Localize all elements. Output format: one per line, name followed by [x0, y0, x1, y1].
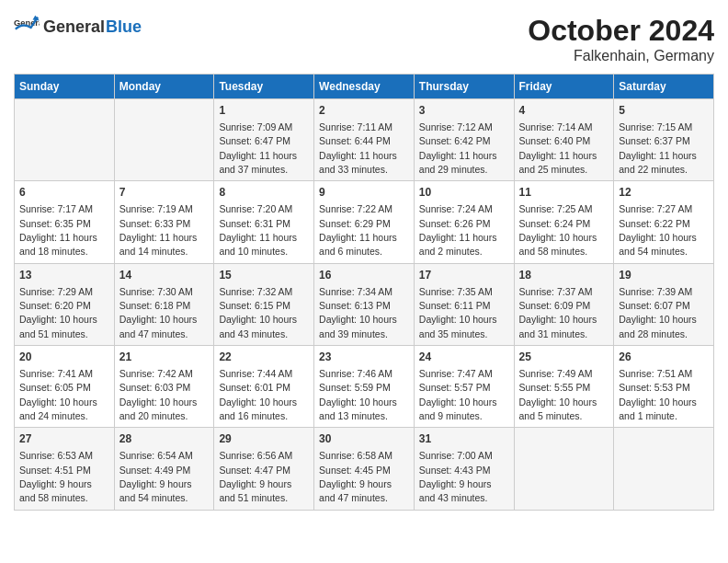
- day-number: 8: [219, 185, 309, 201]
- day-number: 9: [319, 185, 409, 201]
- day-number: 20: [19, 350, 109, 365]
- cell-content: Sunrise: 7:17 AMSunset: 6:35 PMDaylight:…: [19, 203, 97, 257]
- day-number: 3: [419, 103, 509, 119]
- weekday-header-friday: Friday: [514, 75, 614, 99]
- day-number: 14: [119, 268, 210, 283]
- day-number: 24: [419, 350, 509, 365]
- cell-content: Sunrise: 7:32 AMSunset: 6:15 PMDaylight:…: [219, 286, 297, 339]
- calendar-cell: 11Sunrise: 7:25 AMSunset: 6:24 PMDayligh…: [514, 181, 614, 263]
- cell-content: Sunrise: 7:19 AMSunset: 6:33 PMDaylight:…: [119, 203, 198, 257]
- calendar-cell: 3Sunrise: 7:12 AMSunset: 6:42 PMDaylight…: [414, 99, 514, 181]
- calendar-week-row: 13Sunrise: 7:29 AMSunset: 6:20 PMDayligh…: [15, 263, 714, 345]
- cell-content: Sunrise: 7:25 AMSunset: 6:24 PMDaylight:…: [519, 203, 597, 257]
- calendar-cell: 16Sunrise: 7:34 AMSunset: 6:13 PMDayligh…: [314, 263, 415, 345]
- cell-content: Sunrise: 7:20 AMSunset: 6:31 PMDaylight:…: [219, 203, 297, 257]
- logo-blue-text: Blue: [106, 17, 142, 37]
- calendar-cell: 10Sunrise: 7:24 AMSunset: 6:26 PMDayligh…: [414, 181, 514, 263]
- calendar-cell: 7Sunrise: 7:19 AMSunset: 6:33 PMDaylight…: [114, 181, 214, 263]
- calendar-cell: 23Sunrise: 7:46 AMSunset: 5:59 PMDayligh…: [314, 346, 415, 428]
- calendar-cell: 25Sunrise: 7:49 AMSunset: 5:55 PMDayligh…: [514, 346, 614, 428]
- calendar-cell: 8Sunrise: 7:20 AMSunset: 6:31 PMDaylight…: [214, 181, 314, 263]
- cell-content: Sunrise: 7:47 AMSunset: 5:57 PMDaylight:…: [419, 368, 497, 421]
- cell-content: Sunrise: 7:22 AMSunset: 6:29 PMDaylight:…: [319, 203, 397, 257]
- cell-content: Sunrise: 7:42 AMSunset: 6:03 PMDaylight:…: [119, 368, 198, 421]
- cell-content: Sunrise: 7:35 AMSunset: 6:11 PMDaylight:…: [419, 286, 497, 339]
- calendar-cell: [614, 428, 714, 510]
- day-number: 16: [319, 268, 409, 283]
- calendar-cell: [514, 428, 614, 510]
- day-number: 5: [619, 103, 709, 119]
- cell-content: Sunrise: 7:34 AMSunset: 6:13 PMDaylight:…: [319, 286, 397, 339]
- day-number: 27: [19, 431, 109, 447]
- calendar-cell: 24Sunrise: 7:47 AMSunset: 5:57 PMDayligh…: [414, 346, 514, 428]
- calendar-week-row: 1Sunrise: 7:09 AMSunset: 6:47 PMDaylight…: [15, 99, 714, 181]
- weekday-header-sunday: Sunday: [15, 75, 115, 99]
- calendar-table: SundayMondayTuesdayWednesdayThursdayFrid…: [14, 74, 714, 511]
- cell-content: Sunrise: 6:54 AMSunset: 4:49 PMDaylight:…: [119, 450, 193, 503]
- calendar-cell: 4Sunrise: 7:14 AMSunset: 6:40 PMDaylight…: [514, 99, 614, 181]
- logo: General General Blue: [14, 14, 142, 40]
- cell-content: Sunrise: 7:24 AMSunset: 6:26 PMDaylight:…: [419, 203, 497, 257]
- day-number: 4: [519, 103, 609, 119]
- cell-content: Sunrise: 7:11 AMSunset: 6:44 PMDaylight:…: [319, 121, 397, 175]
- calendar-cell: 13Sunrise: 7:29 AMSunset: 6:20 PMDayligh…: [15, 263, 115, 345]
- cell-content: Sunrise: 7:44 AMSunset: 6:01 PMDaylight:…: [219, 368, 297, 421]
- day-number: 15: [219, 268, 309, 283]
- cell-content: Sunrise: 7:37 AMSunset: 6:09 PMDaylight:…: [519, 286, 597, 339]
- day-number: 19: [619, 268, 709, 283]
- day-number: 11: [519, 185, 609, 201]
- day-number: 21: [119, 350, 210, 365]
- cell-content: Sunrise: 7:14 AMSunset: 6:40 PMDaylight:…: [519, 121, 597, 175]
- calendar-cell: 27Sunrise: 6:53 AMSunset: 4:51 PMDayligh…: [15, 428, 115, 510]
- day-number: 6: [19, 185, 109, 201]
- calendar-cell: 30Sunrise: 6:58 AMSunset: 4:45 PMDayligh…: [314, 428, 415, 510]
- cell-content: Sunrise: 7:41 AMSunset: 6:05 PMDaylight:…: [19, 368, 97, 421]
- month-year-title: October 2024: [528, 14, 714, 48]
- cell-content: Sunrise: 7:49 AMSunset: 5:55 PMDaylight:…: [519, 368, 597, 421]
- calendar-cell: 18Sunrise: 7:37 AMSunset: 6:09 PMDayligh…: [514, 263, 614, 345]
- cell-content: Sunrise: 7:15 AMSunset: 6:37 PMDaylight:…: [619, 121, 697, 175]
- cell-content: Sunrise: 7:09 AMSunset: 6:47 PMDaylight:…: [219, 121, 297, 175]
- weekday-header-monday: Monday: [114, 75, 214, 99]
- day-number: 10: [419, 185, 509, 201]
- calendar-cell: 14Sunrise: 7:30 AMSunset: 6:18 PMDayligh…: [114, 263, 214, 345]
- calendar-cell: 28Sunrise: 6:54 AMSunset: 4:49 PMDayligh…: [114, 428, 214, 510]
- calendar-cell: 6Sunrise: 7:17 AMSunset: 6:35 PMDaylight…: [15, 181, 115, 263]
- weekday-header-saturday: Saturday: [614, 75, 714, 99]
- logo-general-text: General: [43, 17, 105, 37]
- calendar-week-row: 6Sunrise: 7:17 AMSunset: 6:35 PMDaylight…: [15, 181, 714, 263]
- calendar-cell: 1Sunrise: 7:09 AMSunset: 6:47 PMDaylight…: [214, 99, 314, 181]
- day-number: 23: [319, 350, 409, 365]
- day-number: 7: [119, 185, 210, 201]
- calendar-cell: 21Sunrise: 7:42 AMSunset: 6:03 PMDayligh…: [114, 346, 214, 428]
- calendar-cell: 17Sunrise: 7:35 AMSunset: 6:11 PMDayligh…: [414, 263, 514, 345]
- day-number: 26: [619, 350, 709, 365]
- calendar-cell: [114, 99, 214, 181]
- calendar-week-row: 27Sunrise: 6:53 AMSunset: 4:51 PMDayligh…: [15, 428, 714, 510]
- cell-content: Sunrise: 6:56 AMSunset: 4:47 PMDaylight:…: [219, 450, 292, 503]
- cell-content: Sunrise: 6:53 AMSunset: 4:51 PMDaylight:…: [19, 450, 93, 503]
- calendar-cell: 31Sunrise: 7:00 AMSunset: 4:43 PMDayligh…: [414, 428, 514, 510]
- calendar-cell: 15Sunrise: 7:32 AMSunset: 6:15 PMDayligh…: [214, 263, 314, 345]
- day-number: 13: [19, 268, 109, 283]
- logo-icon: General: [14, 14, 40, 40]
- cell-content: Sunrise: 7:51 AMSunset: 5:53 PMDaylight:…: [619, 368, 697, 421]
- day-number: 22: [219, 350, 309, 365]
- calendar-cell: 22Sunrise: 7:44 AMSunset: 6:01 PMDayligh…: [214, 346, 314, 428]
- day-number: 28: [119, 431, 210, 447]
- day-number: 1: [219, 103, 309, 119]
- location-subtitle: Falkenhain, Germany: [528, 48, 714, 64]
- weekday-header-thursday: Thursday: [414, 75, 514, 99]
- day-number: 29: [219, 431, 309, 447]
- cell-content: Sunrise: 6:58 AMSunset: 4:45 PMDaylight:…: [319, 450, 392, 503]
- calendar-cell: 29Sunrise: 6:56 AMSunset: 4:47 PMDayligh…: [214, 428, 314, 510]
- calendar-cell: [15, 99, 115, 181]
- calendar-cell: 20Sunrise: 7:41 AMSunset: 6:05 PMDayligh…: [15, 346, 115, 428]
- day-number: 18: [519, 268, 609, 283]
- day-number: 25: [519, 350, 609, 365]
- day-number: 30: [319, 431, 409, 447]
- day-number: 17: [419, 268, 509, 283]
- weekday-header-row: SundayMondayTuesdayWednesdayThursdayFrid…: [15, 75, 714, 99]
- day-number: 2: [319, 103, 409, 119]
- calendar-cell: 12Sunrise: 7:27 AMSunset: 6:22 PMDayligh…: [614, 181, 714, 263]
